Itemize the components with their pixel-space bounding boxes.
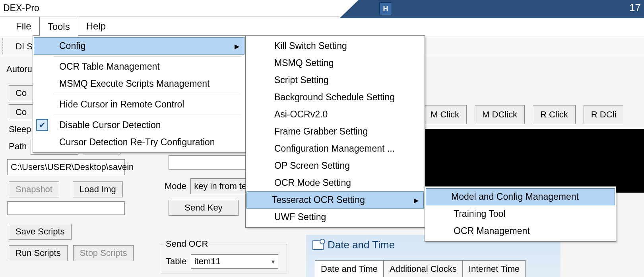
tools-config-label: Config [59,41,85,51]
snapshot-button[interactable]: Snapshot [9,181,59,197]
co-button-1[interactable]: Co [9,85,33,101]
run-scripts-button[interactable]: Run Scripts [9,245,68,261]
chevron-down-icon: ▾ [272,258,275,265]
config-bg-schedule-item[interactable]: Background Schedule Setting [246,89,424,106]
tess-model-config-item[interactable]: Model and Config Management [426,188,615,205]
tabstrip-handle[interactable] [2,38,10,55]
check-icon: ✔ [36,119,48,131]
config-asi-ocr-item[interactable]: Asi-OCRv2.0 [246,106,424,123]
notch-icon[interactable]: H [379,2,392,15]
tools-msmq-scripts-item[interactable]: MSMQ Execute Scripts Management [34,75,244,92]
co-button-2[interactable]: Co [9,104,33,120]
config-configuration-mgmt-item[interactable]: Configuration Management ... [246,140,424,157]
table-combo[interactable]: item11 ▾ [191,254,278,269]
tools-ocr-table-item[interactable]: OCR Table Management [34,58,244,75]
menu-separator [54,115,241,115]
path-full-input[interactable]: C:\Users\USER\Desktop\savein [7,159,125,175]
send-ocr-group: Send OCR Table item11 ▾ [160,239,287,273]
menu-tools[interactable]: Tools [39,17,78,36]
tesseract-dropdown: Model and Config Management Training Too… [425,186,616,242]
tools-config-item[interactable]: Config ▶ [34,37,244,55]
send-key-button[interactable]: Send Key [169,200,239,216]
click-buttons-row: M Click M DClick R Click R DCli [421,103,644,127]
menu-bar: File Tools Help [0,17,644,36]
config-ocr-mode-item[interactable]: OCR Mode Setting [246,174,424,191]
table-label: Table [166,256,187,267]
app-title: DEX-Pro [3,3,39,14]
sleep-label: Sleep [9,124,31,135]
tools-hide-cursor-item[interactable]: Hide Cursor in Remote Control [34,96,244,113]
menu-help[interactable]: Help [78,17,114,36]
m-click-button[interactable]: M Click [423,105,467,124]
empty-text-input[interactable] [7,201,125,215]
save-scripts-button[interactable]: Save Scripts [9,224,72,240]
load-img-button[interactable]: Load Img [73,181,123,197]
menu-file[interactable]: File [8,17,39,36]
tess-training-tool-item[interactable]: Training Tool [426,205,615,222]
config-msmq-item[interactable]: MSMQ Setting [246,55,424,72]
autorun-button[interactable]: Autoru [2,62,36,77]
notch-number: 17 [629,2,641,14]
submenu-arrow-icon: ▶ [235,42,239,50]
m-dclick-button[interactable]: M DClick [475,105,525,124]
r-dclick-button[interactable]: R DCli [584,105,624,124]
tools-dropdown: Config ▶ OCR Table Management MSMQ Execu… [33,35,246,153]
menu-separator [54,56,241,57]
tools-cursor-retry-item[interactable]: Cursor Detection Re-Try Configuration [34,134,244,151]
tools-disable-cursor-label: Disable Cursor Detection [59,120,161,130]
mode-label: Mode [165,181,186,191]
tab-internet-time[interactable]: Internet Time [463,260,526,277]
config-frame-grabber-item[interactable]: Frame Grabber Setting [246,123,424,140]
date-time-title-text: Date and Time [328,239,395,251]
tab-additional-clocks[interactable]: Additional Clocks [384,260,463,277]
table-combo-value: item11 [194,256,221,267]
menu-separator [54,94,241,94]
title-bar: DEX-Pro H 17 [0,0,644,17]
date-time-tabs: Date and Time Additional Clocks Internet… [315,260,561,277]
config-script-item[interactable]: Script Setting [246,72,424,89]
config-op-screen-item[interactable]: OP Screen Setting [246,157,424,174]
config-kill-switch-item[interactable]: Kill Switch Setting [246,37,424,55]
r-click-button[interactable]: R Click [533,105,576,124]
config-uwf-item[interactable]: UWF Setting [246,209,424,226]
config-dropdown: Kill Switch Setting MSMQ Setting Script … [245,35,425,228]
stop-scripts-button[interactable]: Stop Scripts [73,245,134,261]
title-notch: H 17 [359,0,644,18]
tools-disable-cursor-item[interactable]: ✔ Disable Cursor Detection [34,117,244,134]
send-ocr-legend: Send OCR [164,239,209,249]
submenu-arrow-icon: ▶ [414,196,419,204]
right-area: M Click M DClick R Click R DCli [421,103,644,127]
path-label: Path [9,141,27,152]
tess-ocr-mgmt-item[interactable]: OCR Management [426,222,615,240]
config-tesseract-item[interactable]: Tesseract OCR Setting ▶ [246,191,424,209]
config-tesseract-label: Tesseract OCR Setting [272,195,365,205]
calendar-clock-icon [312,240,324,250]
tab-date-and-time[interactable]: Date and Time [315,260,384,277]
